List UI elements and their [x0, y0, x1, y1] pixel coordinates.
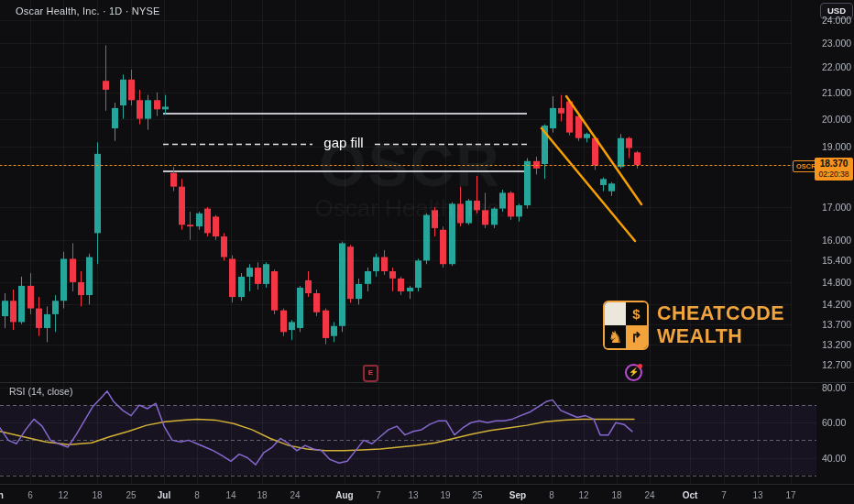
gap-fill-label[interactable]: gap fill [305, 135, 382, 150]
symbol-title[interactable]: Oscar Health, Inc. · 1D · NYSE [16, 5, 160, 16]
time-tick-label: 6 [27, 490, 33, 500]
time-tick-label: 18 [92, 490, 102, 500]
lightning-glyph: ⚡ [629, 367, 639, 377]
time-tick-label: 13 [752, 490, 762, 500]
time-tick-label: 7 [721, 490, 727, 500]
time-tick-label: 25 [126, 490, 136, 500]
time-tick-label: Jun [0, 490, 4, 500]
time-tick-label: 24 [290, 490, 300, 500]
trading-chart-app: Oscar Health, Inc. · 1D · NYSE USD OSCR … [0, 0, 854, 504]
time-tick-label: 12 [58, 490, 68, 500]
time-tick-label: Sep [509, 490, 526, 500]
bar-countdown: 02:20:38 [815, 170, 853, 180]
time-axis[interactable]: Jun6121825Jul8141824Aug7131925Sep8121824… [0, 486, 854, 504]
time-tick-label: 14 [225, 490, 235, 500]
rsi-indicator-label[interactable]: RSI (14, close) [9, 386, 72, 397]
lightning-icon[interactable]: ⚡ [625, 364, 642, 381]
time-tick-label: Oct [683, 490, 698, 500]
time-tick-label: 17 [785, 490, 795, 500]
time-tick-label: 8 [194, 490, 200, 500]
rsi-axis[interactable]: 80.0060.0040.00 [793, 0, 854, 484]
time-tick-label: 8 [549, 490, 554, 500]
time-tick-label: Jul [158, 490, 170, 500]
rsi-tick-label: 40.00 [822, 453, 846, 464]
time-tick-label: 24 [644, 490, 654, 500]
time-tick-label: 18 [611, 490, 621, 500]
rsi-tick-label: 80.00 [822, 382, 846, 393]
time-tick-label: 13 [408, 490, 418, 500]
notification-dot [638, 364, 642, 368]
time-tick-label: Aug [335, 490, 353, 500]
earnings-icon[interactable]: E [363, 365, 378, 382]
last-price-badge: 18.370 02:20:38 [815, 158, 853, 181]
time-tick-label: 7 [376, 490, 381, 500]
price-chart-canvas[interactable] [0, 0, 854, 504]
time-tick-label: 25 [472, 490, 482, 500]
rsi-tick-label: 60.00 [822, 417, 846, 428]
time-tick-label: 12 [578, 490, 588, 500]
last-price-value: 18.370 [815, 159, 853, 170]
time-tick-label: 19 [440, 490, 450, 500]
time-tick-label: 18 [257, 490, 267, 500]
